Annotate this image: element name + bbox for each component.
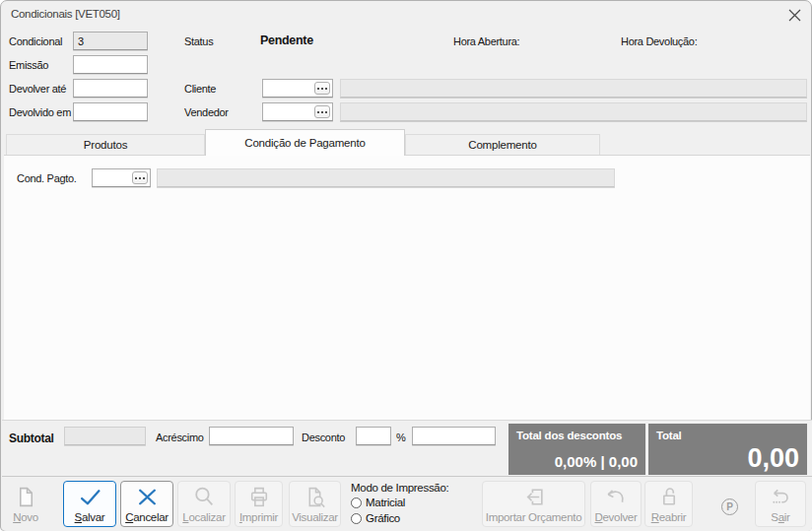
radio-icon <box>351 513 362 524</box>
devolver-button[interactable]: Devolver <box>590 481 642 527</box>
cond-pagto-label: Cond. Pagto. <box>17 172 77 184</box>
desconto-valor-input[interactable] <box>412 427 496 445</box>
condicional-field: 3 <box>73 32 148 50</box>
desconto-label: Desconto <box>302 431 345 443</box>
ellipsis-icon <box>317 88 327 90</box>
emissao-label: Emissão <box>9 59 48 71</box>
devolver-ate-input[interactable] <box>73 79 148 98</box>
percent-label: % <box>396 431 405 443</box>
devolvido-em-input[interactable] <box>73 102 148 121</box>
acrescimo-input[interactable] <box>209 427 294 445</box>
radio-grafico[interactable]: Gráfico <box>351 512 400 524</box>
vendedor-lookup-button[interactable] <box>314 105 330 118</box>
emissao-input[interactable] <box>73 55 148 74</box>
vendedor-name-field <box>340 102 807 121</box>
total-descontos-value: 0,00% | 0,00 <box>555 453 638 470</box>
hora-abertura-label: Hora Abertura: <box>453 35 519 47</box>
subtotal-field <box>64 427 146 445</box>
status-label: Status <box>184 35 213 47</box>
ellipsis-icon <box>317 111 327 113</box>
visualizar-button[interactable]: Visualizar <box>289 481 341 527</box>
total-descontos-label: Total dos descontos <box>516 430 622 441</box>
reabrir-button[interactable]: Reabrir <box>644 481 693 527</box>
condicional-label: Condicional <box>9 35 62 47</box>
x-icon <box>134 485 161 509</box>
vendedor-input[interactable] <box>262 102 333 121</box>
close-icon[interactable] <box>787 8 802 23</box>
radio-matricial[interactable]: Matricial <box>351 497 405 508</box>
dialog-condicionais: Condicionais [VET050] Condicional 3 Stat… <box>0 0 812 531</box>
hora-devolucao-label: Hora Devolução: <box>621 35 697 47</box>
importar-orcamento-button[interactable]: Importar Orçamento <box>482 481 585 527</box>
tab-condicao-de-pagamento[interactable]: Condição de Pagamento <box>205 129 405 156</box>
total-box: Total 0,00 <box>648 424 807 475</box>
total-label: Total <box>656 430 682 441</box>
radio-icon <box>351 498 362 508</box>
exit-arrow-icon <box>768 485 793 509</box>
cond-pagto-lookup-button[interactable] <box>132 171 148 184</box>
window-title: Condicionais [VET050] <box>11 8 120 20</box>
unlock-icon <box>656 485 682 509</box>
devolver-ate-label: Devolver até <box>9 83 66 95</box>
cliente-input[interactable] <box>262 79 333 98</box>
total-value: 0,00 <box>747 443 799 474</box>
acrescimo-label: Acréscimo <box>156 431 204 443</box>
check-icon <box>77 485 103 509</box>
cliente-lookup-button[interactable] <box>314 82 330 95</box>
cancelar-button[interactable]: Cancelar <box>120 481 173 527</box>
status-value: Pendente <box>260 33 313 47</box>
printer-icon <box>246 485 272 509</box>
vendedor-label: Vendedor <box>184 106 229 118</box>
cond-pagto-name-field <box>157 168 615 187</box>
tab-panel <box>4 155 810 420</box>
devolvido-em-label: Devolvido em <box>9 106 71 118</box>
preview-icon <box>303 485 328 509</box>
search-icon <box>191 485 217 509</box>
subtotal-label: Subtotal <box>9 431 54 445</box>
tab-complemento[interactable]: Complemento <box>405 134 600 155</box>
ellipsis-icon <box>135 177 145 179</box>
sair-button[interactable]: Sair <box>755 481 806 527</box>
cliente-name-field <box>340 79 807 98</box>
new-document-icon <box>13 485 38 509</box>
cliente-label: Cliente <box>184 83 216 95</box>
modo-impressao-label: Modo de Impressão: <box>351 482 448 494</box>
p-badge-icon[interactable]: P <box>721 498 738 515</box>
desconto-input[interactable] <box>356 427 391 445</box>
novo-button[interactable]: Novo <box>6 481 45 527</box>
total-descontos-box: Total dos descontos 0,00% | 0,00 <box>508 424 645 475</box>
undo-arrow-icon <box>603 485 629 509</box>
localizar-button[interactable]: Localizar <box>177 481 231 527</box>
import-icon <box>521 485 547 509</box>
screen: Condicionais [VET050] Condicional 3 Stat… <box>0 0 812 531</box>
salvar-button[interactable]: Salvar <box>63 481 116 527</box>
imprimir-button[interactable]: Imprimir <box>235 481 283 527</box>
cond-pagto-input[interactable] <box>92 168 151 187</box>
tab-produtos[interactable]: Produtos <box>6 134 205 155</box>
